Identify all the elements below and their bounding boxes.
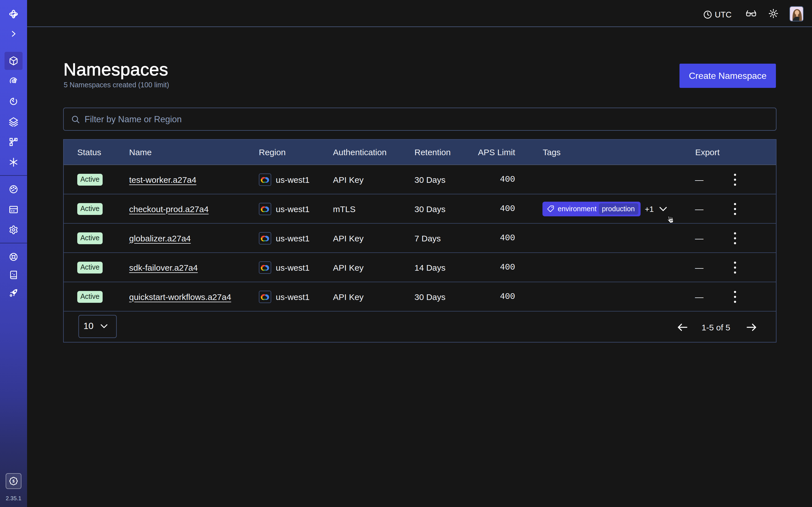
svg-text:$: $ [12,478,15,483]
